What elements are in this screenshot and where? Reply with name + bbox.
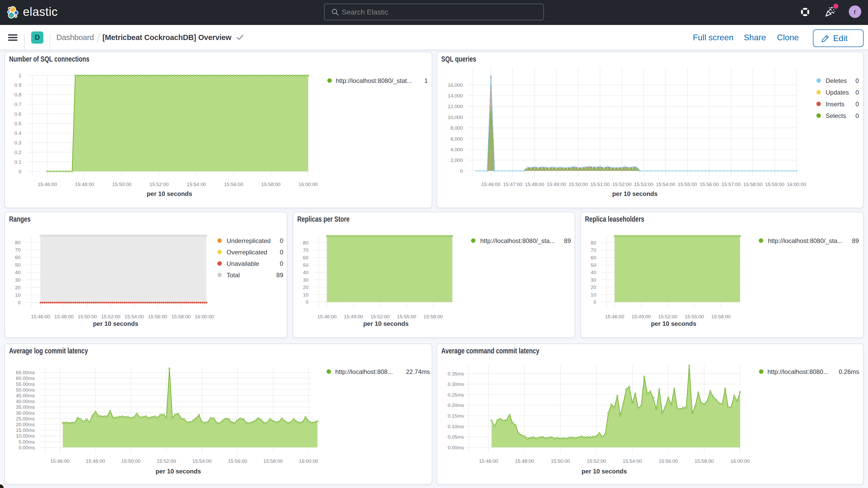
svg-text:0: 0 <box>18 300 21 305</box>
svg-text:16,000: 16,000 <box>448 82 463 88</box>
svg-text:60: 60 <box>15 255 21 260</box>
svg-text:15:52:00: 15:52:00 <box>658 314 677 319</box>
svg-text:30: 30 <box>15 277 21 283</box>
svg-text:20: 20 <box>303 284 308 290</box>
svg-text:2,000: 2,000 <box>451 157 463 163</box>
svg-text:15:58:00: 15:58:00 <box>424 314 443 319</box>
svg-text:70: 70 <box>303 247 308 253</box>
svg-text:0: 0 <box>856 100 859 108</box>
svg-text:14,000: 14,000 <box>448 93 463 98</box>
svg-text:15:56:00: 15:56:00 <box>228 458 247 464</box>
svg-text:15:48:00: 15:48:00 <box>525 182 544 187</box>
svg-text:12,000: 12,000 <box>448 104 463 109</box>
svg-text:15:54:00: 15:54:00 <box>192 458 212 464</box>
svg-text:15:49:00: 15:49:00 <box>547 182 566 187</box>
svg-text:15:54:00: 15:54:00 <box>656 182 675 187</box>
svg-text:0: 0 <box>280 249 283 256</box>
svg-text:15:59:00: 15:59:00 <box>765 182 784 187</box>
svg-text:0.8: 0.8 <box>14 92 21 97</box>
svg-text:65.00ms: 65.00ms <box>16 370 35 375</box>
svg-text:15:56:00: 15:56:00 <box>700 182 719 187</box>
svg-text:10.00ms: 10.00ms <box>16 433 35 439</box>
svg-text:15:55:00: 15:55:00 <box>397 314 416 319</box>
svg-text:16:00:00: 16:00:00 <box>195 314 214 319</box>
svg-text:per 10 seconds: per 10 seconds <box>156 468 201 475</box>
svg-text:15:54:00: 15:54:00 <box>623 458 642 464</box>
svg-text:15:46:00: 15:46:00 <box>479 458 498 464</box>
svg-text:15:46:00: 15:46:00 <box>317 314 337 319</box>
svg-text:15:52:00: 15:52:00 <box>370 314 390 319</box>
svg-text:per 10 seconds: per 10 seconds <box>363 320 409 327</box>
svg-text:40: 40 <box>15 270 21 275</box>
svg-text:60: 60 <box>303 255 308 261</box>
svg-text:http://localhost:8080...: http://localhost:8080... <box>768 368 829 375</box>
svg-text:0.6: 0.6 <box>14 111 21 117</box>
svg-text:15:46:00: 15:46:00 <box>50 458 69 464</box>
svg-text:22.74ms: 22.74ms <box>406 368 430 375</box>
svg-text:http://localhost:808...: http://localhost:808... <box>335 368 393 375</box>
svg-text:0.7: 0.7 <box>14 101 21 107</box>
svg-text:15:56:00: 15:56:00 <box>658 458 678 464</box>
svg-text:15:55:00: 15:55:00 <box>678 182 697 187</box>
svg-text:89: 89 <box>276 272 283 279</box>
svg-text:16:00:00: 16:00:00 <box>299 182 318 187</box>
svg-text:Deletes: Deletes <box>826 77 847 84</box>
svg-text:89: 89 <box>564 237 571 244</box>
svg-text:http://localhost:8080/_stat...: http://localhost:8080/_stat... <box>336 77 412 84</box>
svg-text:50.00ms: 50.00ms <box>16 387 35 393</box>
svg-text:0: 0 <box>856 112 859 119</box>
svg-text:15:52:00: 15:52:00 <box>149 182 169 187</box>
svg-text:0.1: 0.1 <box>14 159 21 165</box>
svg-text:15:56:00: 15:56:00 <box>148 314 167 319</box>
svg-text:Inserts: Inserts <box>826 100 844 108</box>
svg-text:50: 50 <box>591 263 596 268</box>
svg-text:15:58:00: 15:58:00 <box>261 182 280 187</box>
svg-text:15:58:00: 15:58:00 <box>695 458 714 464</box>
svg-text:15:52:00: 15:52:00 <box>612 182 631 187</box>
svg-text:15:48:00: 15:48:00 <box>515 458 534 464</box>
svg-text:80: 80 <box>15 240 21 245</box>
svg-text:50: 50 <box>303 263 308 268</box>
svg-text:8,000: 8,000 <box>451 125 463 131</box>
svg-text:0.35ms: 0.35ms <box>448 371 464 376</box>
svg-text:0: 0 <box>280 260 283 267</box>
svg-text:50: 50 <box>15 262 21 268</box>
svg-text:0: 0 <box>856 89 859 96</box>
svg-text:15:54:00: 15:54:00 <box>124 314 144 319</box>
svg-text:0: 0 <box>280 237 283 244</box>
svg-text:20: 20 <box>591 284 596 290</box>
svg-text:15:48:00: 15:48:00 <box>75 182 94 187</box>
svg-text:15:50:00: 15:50:00 <box>551 458 570 464</box>
svg-text:15:46:00: 15:46:00 <box>481 182 500 187</box>
svg-text:15:50:00: 15:50:00 <box>112 182 131 187</box>
svg-text:Underreplicated: Underreplicated <box>227 237 271 244</box>
svg-text:10: 10 <box>591 292 596 298</box>
svg-text:1: 1 <box>424 77 428 84</box>
svg-text:per 10 seconds: per 10 seconds <box>147 190 192 197</box>
svg-text:0.2: 0.2 <box>14 150 21 155</box>
svg-text:70: 70 <box>15 247 21 252</box>
svg-text:80: 80 <box>303 240 308 246</box>
svg-text:15.00ms: 15.00ms <box>16 427 35 433</box>
svg-text:60.00ms: 60.00ms <box>16 375 35 381</box>
svg-text:30: 30 <box>303 277 308 283</box>
svg-text:30: 30 <box>591 277 596 283</box>
svg-text:15:46:00: 15:46:00 <box>38 182 57 187</box>
svg-text:16:00:00: 16:00:00 <box>787 182 806 187</box>
svg-text:15:58:00: 15:58:00 <box>743 182 763 187</box>
svg-text:per 10 seconds: per 10 seconds <box>582 468 627 475</box>
svg-text:40.00ms: 40.00ms <box>16 399 35 404</box>
svg-text:0.00ms: 0.00ms <box>19 445 35 450</box>
svg-text:45.00ms: 45.00ms <box>16 393 35 398</box>
svg-text:25.00ms: 25.00ms <box>16 416 35 422</box>
svg-text:Updates: Updates <box>826 89 849 96</box>
svg-text:15:58:00: 15:58:00 <box>171 314 190 319</box>
svg-text:20.00ms: 20.00ms <box>16 422 35 427</box>
svg-text:0.05ms: 0.05ms <box>448 434 464 440</box>
svg-text:per 10 seconds: per 10 seconds <box>93 320 138 327</box>
svg-text:0.26ms: 0.26ms <box>839 368 859 375</box>
svg-text:15:58:00: 15:58:00 <box>264 458 283 464</box>
svg-text:per 10 seconds: per 10 seconds <box>651 320 696 327</box>
svg-text:15:47:00: 15:47:00 <box>503 182 522 187</box>
svg-text:5.00ms: 5.00ms <box>19 439 35 445</box>
